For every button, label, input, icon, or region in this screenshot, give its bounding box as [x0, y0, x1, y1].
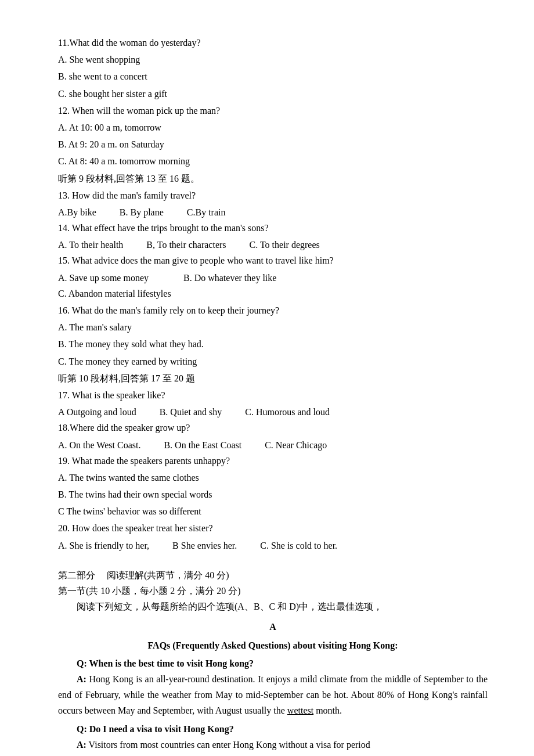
section10-label: 听第 10 段材料,回答第 17 至 20 题	[58, 370, 488, 386]
q18-options: A. On the West Coast. B. On the East Coa…	[58, 437, 488, 453]
q14-optC: C. To their degrees	[250, 237, 320, 253]
question-11: 11.What did the woman do yesterday? A. S…	[58, 35, 488, 102]
passage-label: A	[58, 619, 488, 635]
passage-title: FAQs (Frequently Asked Questions) about …	[58, 638, 488, 653]
question-14: 14. What effect have the trips brought t…	[58, 220, 488, 253]
q20-options: A. She is friendly to her, B She envies …	[58, 538, 488, 553]
q18-optC: C. Near Chicago	[265, 437, 327, 453]
question-13: 13. How did the man's family travel? A.B…	[58, 188, 488, 220]
q11-optB: B. she went to a concert	[58, 69, 488, 84]
q13-optB: B. By plane	[120, 204, 164, 220]
section10-header: 听第 10 段材料,回答第 17 至 20 题	[58, 370, 488, 386]
q15-options-row1: A. Save up some money B. Do whatever the…	[58, 270, 488, 286]
q20-optA: A. She is friendly to her,	[58, 538, 149, 553]
q12-optA: A. At 10: 00 a m, tomorrow	[58, 120, 488, 135]
main-content: 11.What did the woman do yesterday? A. S…	[58, 35, 488, 753]
q19-text: 19. What made the speakers parents unhap…	[58, 453, 488, 469]
passage-a: A FAQs (Frequently Asked Questions) abou…	[58, 619, 488, 753]
q17-optC: C. Humorous and loud	[245, 404, 330, 420]
part2-header: 第二部分 阅读理解(共两节，满分 40 分) 第一节(共 10 小题，每小题 2…	[58, 567, 488, 615]
a1-label: A:	[77, 674, 86, 684]
part2-title: 第二部分 阅读理解(共两节，满分 40 分)	[58, 567, 488, 583]
question-12: 12. When will the woman pick up the man?…	[58, 103, 488, 170]
section9-header: 听第 9 段材料,回答第 13 至 16 题。	[58, 171, 488, 186]
q20-optB: B She envies her.	[172, 538, 237, 553]
q14-options: A. To their health B, To their character…	[58, 237, 488, 253]
passage-a2: A: Visitors from most countries can ente…	[58, 737, 488, 753]
q16-optB: B. The money they sold what they had.	[58, 336, 488, 352]
q11-optA: A. She went shopping	[58, 52, 488, 67]
question-20: 20. How does the speaker treat her siste…	[58, 520, 488, 553]
q19-optC: C The twins' behavior was so different	[58, 503, 488, 519]
part2-section1: 第一节(共 10 小题，每小题 2 分，满分 20 分)	[58, 583, 488, 599]
q14-text: 14. What effect have the trips brought t…	[58, 220, 488, 236]
question-17: 17. What is the speaker like? A Outgoing…	[58, 387, 488, 420]
a2-label: A:	[77, 740, 86, 750]
q11-text: 11.What did the woman do yesterday?	[58, 35, 488, 51]
q16-optA: A. The man's salary	[58, 319, 488, 335]
q15-optB: B. Do whatever they like	[183, 270, 276, 286]
q12-optB: B. At 9: 20 a m. on Saturday	[58, 136, 488, 152]
q13-text: 13. How did the man's family travel?	[58, 188, 488, 203]
q15-optA: A. Save up some money	[58, 270, 149, 286]
q17-text: 17. What is the speaker like?	[58, 387, 488, 403]
q17-optB: B. Quiet and shy	[160, 404, 222, 420]
question-19: 19. What made the speakers parents unhap…	[58, 453, 488, 520]
q13-optA: A.By bike	[58, 204, 96, 220]
q15-text: 15. What advice does the man give to peo…	[58, 253, 488, 268]
q14-optA: A. To their health	[58, 237, 123, 253]
q20-text: 20. How does the speaker treat her siste…	[58, 520, 488, 536]
a1-text: Hong Kong is an all-year-round destinati…	[58, 674, 488, 715]
q12-optC: C. At 8: 40 a m. tomorrow morning	[58, 153, 488, 169]
q18-optB: B. On the East Coast	[164, 437, 241, 453]
q19-optA: A. The twins wanted the same clothes	[58, 470, 488, 485]
a2-text: Visitors from most countries can enter H…	[86, 740, 370, 750]
part2-instruction: 阅读下列短文，从每题所给的四个选项(A、B、C 和 D)中，选出最佳选项，	[58, 599, 488, 614]
q13-optC: C.By train	[187, 204, 226, 220]
question-18: 18.Where did the speaker grow up? A. On …	[58, 420, 488, 452]
q16-optC: C. The money they earned by writing	[58, 354, 488, 369]
q14-optB: B, To their characters	[146, 237, 226, 253]
q18-text: 18.Where did the speaker grow up?	[58, 420, 488, 435]
question-16: 16. What do the man's family rely on to …	[58, 303, 488, 369]
q17-optA: A Outgoing and loud	[58, 404, 136, 420]
q15-optC: C. Abandon material lifestyles	[58, 286, 488, 301]
q16-text: 16. What do the man's family rely on to …	[58, 303, 488, 318]
q20-optC: C. She is cold to her.	[260, 538, 337, 553]
q18-optA: A. On the West Coast.	[58, 437, 140, 453]
a1-underline: wettest	[287, 705, 313, 715]
q11-optC: C. she bought her sister a gift	[58, 86, 488, 102]
section9-label: 听第 9 段材料,回答第 13 至 16 题。	[58, 171, 488, 186]
passage-q1: Q: When is the best time to visit Hong k…	[58, 656, 488, 671]
passage-a1: A: Hong Kong is an all-year-round destin…	[58, 671, 488, 719]
passage-q2: Q: Do I need a visa to visit Hong Kong?	[58, 721, 488, 737]
q13-options: A.By bike B. By plane C.By train	[58, 204, 488, 220]
question-15: 15. What advice does the man give to peo…	[58, 253, 488, 301]
q12-text: 12. When will the woman pick up the man?	[58, 103, 488, 118]
a1-text2: month.	[313, 705, 342, 715]
q19-optB: B. The twins had their own special words	[58, 487, 488, 502]
q17-options: A Outgoing and loud B. Quiet and shy C. …	[58, 404, 488, 420]
